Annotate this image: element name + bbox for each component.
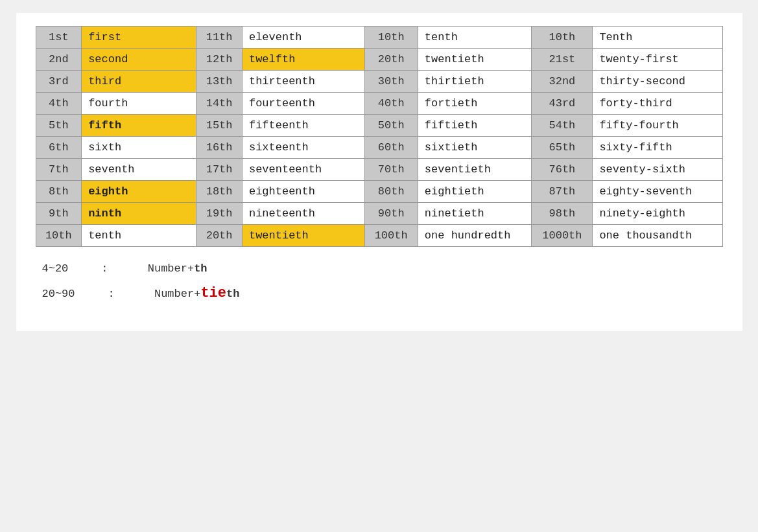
- ordinal-num-col2: 13th: [196, 71, 243, 93]
- ordinal-num-col1: 8th: [36, 181, 82, 203]
- rule1-range: 4~20: [42, 262, 69, 275]
- ordinal-num-col4: 65th: [532, 137, 593, 159]
- rule1-separator: :: [101, 262, 108, 275]
- ordinal-word-col2: twentieth: [242, 225, 364, 247]
- rule1-prefix: Number+: [148, 262, 194, 275]
- ordinal-word-col1: seventh: [82, 159, 196, 181]
- ordinal-num-col3: 90th: [364, 203, 418, 225]
- ordinal-num-col3: 50th: [364, 115, 418, 137]
- table-row: 7thseventh17thseventeenth70thseventieth7…: [36, 159, 722, 181]
- table-row: 4thfourth14thfourteenth40thfortieth43rdf…: [36, 93, 722, 115]
- ordinal-word-col1: eighth: [82, 181, 196, 203]
- ordinal-num-col1: 1st: [36, 27, 82, 49]
- ordinal-word-col3: sixtieth: [418, 137, 532, 159]
- ordinal-word-col1: third: [82, 71, 196, 93]
- ordinal-word-col1: ninth: [82, 203, 196, 225]
- footer-rule2: 20~90 : Number+tieth: [36, 285, 723, 301]
- ordinal-word-col4: one thousandth: [593, 225, 722, 247]
- ordinal-word-col3: one hundredth: [418, 225, 532, 247]
- ordinal-num-col4: 1000th: [532, 225, 593, 247]
- ordinal-word-col3: tenth: [418, 27, 532, 49]
- ordinal-word-col2: thirteenth: [242, 71, 364, 93]
- ordinal-word-col4: twenty-first: [593, 49, 722, 71]
- ordinal-num-col1: 5th: [36, 115, 82, 137]
- ordinal-num-col1: 3rd: [36, 71, 82, 93]
- table-row: 8theighth18theighteenth80theightieth87th…: [36, 181, 722, 203]
- ordinal-word-col4: forty-third: [593, 93, 722, 115]
- ordinal-num-col2: 19th: [196, 203, 243, 225]
- ordinal-word-col4: thirty-second: [593, 71, 722, 93]
- ordinal-num-col3: 80th: [364, 181, 418, 203]
- ordinal-word-col1: tenth: [82, 225, 196, 247]
- ordinal-num-col2: 14th: [196, 93, 243, 115]
- ordinal-word-col2: eighteenth: [242, 181, 364, 203]
- ordinal-num-col4: 21st: [532, 49, 593, 71]
- ordinal-word-col3: eightieth: [418, 181, 532, 203]
- table-row: 5thfifth15thfifteenth50thfiftieth54thfif…: [36, 115, 722, 137]
- ordinal-word-col2: fifteenth: [242, 115, 364, 137]
- footer-rule1: 4~20 : Number+th: [36, 262, 723, 275]
- ordinal-num-col1: 4th: [36, 93, 82, 115]
- ordinal-num-col4: 43rd: [532, 93, 593, 115]
- rule1-suffix: th: [194, 262, 207, 275]
- ordinal-word-col4: sixty-fifth: [593, 137, 722, 159]
- ordinal-num-col2: 12th: [196, 49, 243, 71]
- ordinal-word-col2: nineteenth: [242, 203, 364, 225]
- ordinal-num-col4: 54th: [532, 115, 593, 137]
- ordinal-num-col3: 20th: [364, 49, 418, 71]
- table-row: 3rdthird13ththirteenth30ththirtieth32ndt…: [36, 71, 722, 93]
- page: 1stfirst11theleventh10thtenth10thTenth2n…: [16, 13, 742, 331]
- ordinal-num-col1: 2nd: [36, 49, 82, 71]
- ordinal-num-col2: 11th: [196, 27, 243, 49]
- ordinal-word-col4: ninety-eighth: [593, 203, 722, 225]
- ordinal-num-col3: 100th: [364, 225, 418, 247]
- rule2-range: 20~90: [42, 288, 75, 300]
- ordinal-word-col3: thirtieth: [418, 71, 532, 93]
- ordinal-num-col2: 16th: [196, 137, 243, 159]
- ordinal-word-col2: twelfth: [242, 49, 364, 71]
- table-row: 9thninth19thnineteenth90thninetieth98thn…: [36, 203, 722, 225]
- table-row: 1stfirst11theleventh10thtenth10thTenth: [36, 27, 722, 49]
- rule2-separator: :: [108, 288, 115, 300]
- ordinal-num-col4: 87th: [532, 181, 593, 203]
- ordinal-num-col2: 17th: [196, 159, 243, 181]
- ordinal-num-col1: 10th: [36, 225, 82, 247]
- ordinal-num-col4: 98th: [532, 203, 593, 225]
- ordinal-num-col2: 18th: [196, 181, 243, 203]
- ordinal-word-col2: sixteenth: [242, 137, 364, 159]
- ordinal-word-col1: second: [82, 49, 196, 71]
- ordinal-word-col4: seventy-sixth: [593, 159, 722, 181]
- rule2-suffix: th: [226, 288, 239, 300]
- ordinal-word-col3: twentieth: [418, 49, 532, 71]
- rule2-tie: tie: [200, 285, 226, 301]
- ordinal-word-col2: fourteenth: [242, 93, 364, 115]
- table-row: 10thtenth20thtwentieth100thone hundredth…: [36, 225, 722, 247]
- ordinal-num-col3: 30th: [364, 71, 418, 93]
- ordinal-word-col3: seventieth: [418, 159, 532, 181]
- ordinal-word-col4: Tenth: [593, 27, 722, 49]
- ordinal-word-col2: seventeenth: [242, 159, 364, 181]
- ordinal-word-col3: fiftieth: [418, 115, 532, 137]
- ordinal-word-col1: first: [82, 27, 196, 49]
- ordinal-word-col2: eleventh: [242, 27, 364, 49]
- ordinal-num-col4: 76th: [532, 159, 593, 181]
- ordinal-num-col3: 40th: [364, 93, 418, 115]
- ordinal-num-col2: 15th: [196, 115, 243, 137]
- ordinal-num-col1: 6th: [36, 137, 82, 159]
- ordinal-word-col1: sixth: [82, 137, 196, 159]
- table-row: 6thsixth16thsixteenth60thsixtieth65thsix…: [36, 137, 722, 159]
- rule2-prefix: Number+: [154, 288, 200, 300]
- ordinal-num-col2: 20th: [196, 225, 243, 247]
- ordinal-num-col3: 60th: [364, 137, 418, 159]
- ordinal-word-col1: fourth: [82, 93, 196, 115]
- ordinal-num-col4: 32nd: [532, 71, 593, 93]
- ordinals-table: 1stfirst11theleventh10thtenth10thTenth2n…: [36, 26, 723, 247]
- ordinal-word-col4: fifty-fourth: [593, 115, 722, 137]
- ordinal-word-col3: fortieth: [418, 93, 532, 115]
- ordinal-num-col1: 7th: [36, 159, 82, 181]
- ordinal-num-col4: 10th: [532, 27, 593, 49]
- ordinal-word-col1: fifth: [82, 115, 196, 137]
- ordinal-num-col1: 9th: [36, 203, 82, 225]
- ordinal-num-col3: 10th: [364, 27, 418, 49]
- table-row: 2ndsecond12thtwelfth20thtwentieth21sttwe…: [36, 49, 722, 71]
